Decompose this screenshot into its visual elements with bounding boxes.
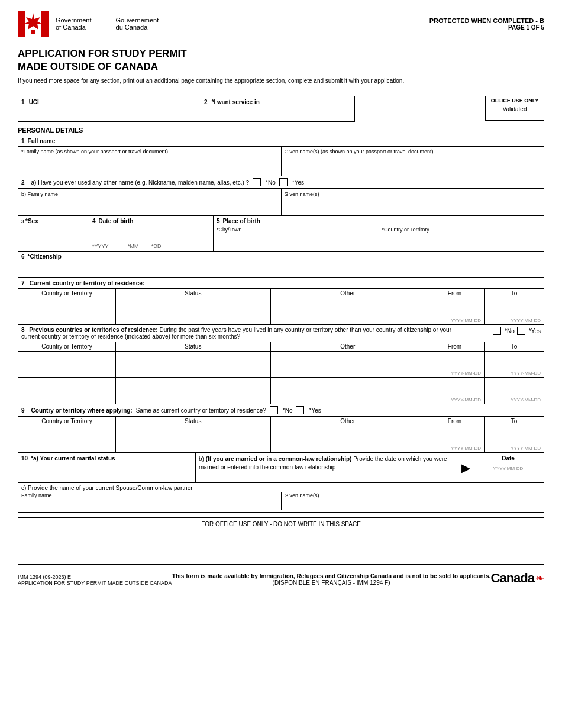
- other-name-no-checkbox[interactable]: [253, 178, 261, 186]
- current-other-input-cell: [271, 298, 426, 324]
- prev-col-other-header: Other: [271, 342, 426, 351]
- current-country-input[interactable]: [21, 317, 112, 323]
- current-from-input[interactable]: [428, 299, 481, 306]
- title-section: APPLICATION FOR STUDY PERMIT MADE OUTSID…: [18, 47, 544, 85]
- prev-country-2-input[interactable]: [21, 396, 112, 402]
- current-country-input-cell: [18, 298, 116, 324]
- prev-residence-no-checkbox[interactable]: [493, 327, 501, 335]
- given-name-input[interactable]: [285, 160, 541, 167]
- applying-country-col-headers: Country or Territory Status Other From T…: [18, 417, 544, 426]
- sex-input[interactable]: [21, 233, 86, 240]
- gov-name-en: Government of Canada: [56, 17, 92, 31]
- col-to-header: To: [485, 289, 544, 298]
- dob-mm-field: *MM: [128, 234, 146, 249]
- page-footer: IMM 1294 (09-2023) E APPLICATION FOR STU…: [18, 571, 544, 586]
- marital-b-cell: b) (If you are married or in a common-la…: [196, 453, 458, 482]
- applying-col-country-header: Country or Territory: [18, 417, 116, 426]
- spouse-given-name-cell: Given name(s): [282, 492, 541, 510]
- marital-c-name-fields: Family name Given name(s): [21, 492, 541, 510]
- prev-col-to-header: To: [485, 342, 544, 351]
- prev-from-2-input[interactable]: [428, 379, 481, 385]
- svg-rect-3: [18, 11, 25, 37]
- current-to-input[interactable]: [487, 299, 541, 306]
- prev-other-2-input[interactable]: [274, 396, 422, 402]
- applying-no-checkbox[interactable]: [270, 406, 278, 414]
- marital-a-cell: 10 *a) Your current marital status: [18, 453, 196, 482]
- current-other-input[interactable]: [274, 317, 422, 323]
- applying-col-to-header: To: [485, 417, 544, 426]
- service-input[interactable]: [204, 109, 351, 120]
- prev-country-1-input[interactable]: [21, 369, 112, 376]
- arrow-cell: ▶: [458, 453, 473, 482]
- current-residence-header: 7 Current country or territory of reside…: [18, 278, 544, 289]
- previous-residence-col-headers: Country or Territory Status Other From T…: [18, 342, 544, 352]
- current-residence-col-headers: Country or Territory Status Other From T…: [18, 289, 544, 298]
- applying-status-input[interactable]: [119, 444, 267, 451]
- marital-date-input[interactable]: [476, 472, 541, 479]
- applying-yes-checkbox[interactable]: [296, 406, 304, 414]
- applying-country-section: 9 Country or territory where applying: S…: [18, 404, 544, 453]
- applying-country-header: 9 Country or territory where applying: S…: [18, 404, 544, 417]
- prev-to-2-input[interactable]: [487, 379, 541, 385]
- divider: [104, 15, 104, 33]
- prev-residence-yes-checkbox[interactable]: [517, 327, 525, 335]
- family-name-input[interactable]: [21, 160, 278, 167]
- current-status-input-cell: [116, 298, 271, 324]
- uci-field: 1 UCI: [18, 96, 201, 122]
- other-given-name-input[interactable]: [285, 203, 541, 210]
- dob-dd-field: *DD: [151, 234, 169, 249]
- prev-from-1-input[interactable]: [428, 353, 481, 359]
- sex-dob-pob-row: 3 *Sex 4 Date of birth *YYYY: [18, 216, 544, 252]
- prev-residence-data-row-1: YYYY-MM-DD YYYY-MM-DD: [18, 352, 544, 378]
- title-line1: APPLICATION FOR STUDY PERMIT MADE OUTSID…: [18, 47, 544, 73]
- fullname-header-row: 1 Full name: [18, 136, 544, 147]
- dob-yyyy-field: *YYYY: [92, 234, 122, 249]
- spouse-family-name-input[interactable]: [21, 502, 265, 509]
- marital-status-input[interactable]: [21, 470, 192, 477]
- fullname-fields-row: *Family name (as shown on your passport …: [18, 147, 544, 176]
- previous-residence-header: 8 Previous countries or territories of r…: [18, 325, 544, 342]
- service-field: 2 *I want service in: [201, 96, 355, 122]
- spouse-given-name-input[interactable]: [285, 502, 528, 509]
- applying-from-input[interactable]: [428, 427, 481, 434]
- given-name-cell: Given name(s) (as shown on your passport…: [282, 147, 544, 176]
- other-name-yes-checkbox[interactable]: [279, 178, 288, 186]
- protected-label: PROTECTED WHEN COMPLETED - B: [429, 17, 544, 24]
- prev-to-1-input[interactable]: [487, 353, 541, 359]
- uci-input[interactable]: [21, 109, 198, 120]
- applying-to-input[interactable]: [487, 427, 541, 434]
- current-from-cell: YYYY-MM-DD: [425, 298, 485, 324]
- pob-country-input[interactable]: [382, 236, 533, 243]
- dob-dd-input[interactable]: [151, 234, 169, 243]
- marital-status-row: 10 *a) Your current marital status b) (I…: [18, 453, 544, 482]
- header-right: PROTECTED WHEN COMPLETED - B PAGE 1 OF 5: [429, 17, 544, 31]
- prev-status-1-input[interactable]: [119, 369, 267, 376]
- dob-fields: *YYYY *MM *DD: [92, 234, 210, 249]
- marital-status-section: 10 *a) Your current marital status b) (I…: [18, 453, 544, 512]
- canada-flag-dots-icon: ❧: [535, 572, 544, 585]
- prev-col-status-header: Status: [116, 342, 271, 351]
- office-use-bottom: FOR OFFICE USE ONLY - DO NOT WRITE IN TH…: [18, 517, 544, 565]
- current-to-cell: YYYY-MM-DD: [485, 298, 544, 324]
- dob-cell: 4 Date of birth *YYYY *MM: [89, 216, 214, 251]
- applying-country-input[interactable]: [21, 444, 112, 451]
- citizenship-input[interactable]: [21, 266, 541, 273]
- applying-col-other-header: Other: [271, 417, 426, 426]
- marital-date-cell: Date YYYY-MM-DD: [473, 453, 544, 482]
- pob-city-input[interactable]: [217, 236, 367, 243]
- marital-c-row: c) Provide the name of your current Spou…: [18, 482, 544, 512]
- current-status-input[interactable]: [119, 317, 267, 323]
- applying-other-input[interactable]: [274, 444, 422, 451]
- subtitle: If you need more space for any section, …: [18, 77, 544, 85]
- current-residence-data-row: YYYY-MM-DD YYYY-MM-DD: [18, 298, 544, 324]
- prev-residence-data-row-2: YYYY-MM-DD YYYY-MM-DD: [18, 378, 544, 404]
- form-area: 1 UCI 2 *I want service in OFFICE USE ON…: [18, 96, 544, 565]
- col-from-header: From: [425, 289, 485, 298]
- other-family-name-input[interactable]: [21, 203, 278, 210]
- prev-other-1-input[interactable]: [274, 369, 422, 376]
- dob-mm-input[interactable]: [128, 234, 146, 243]
- applying-col-from-header: From: [425, 417, 485, 426]
- prev-status-2-input[interactable]: [119, 396, 267, 402]
- dob-yyyy-input[interactable]: [92, 234, 122, 243]
- page: Government of Canada Gouvernement du Can…: [0, 0, 562, 728]
